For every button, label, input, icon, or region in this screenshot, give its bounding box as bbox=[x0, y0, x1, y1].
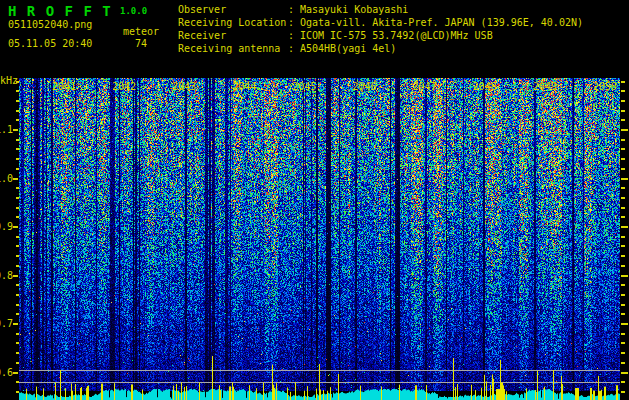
colon-separator: : bbox=[288, 30, 294, 41]
station-label: Receiver bbox=[178, 30, 226, 41]
freq-minor-tick bbox=[16, 294, 19, 296]
freq-minor-tick bbox=[621, 245, 625, 247]
freq-minor-tick bbox=[621, 352, 625, 354]
freq-minor-tick bbox=[621, 119, 625, 121]
freq-minor-tick bbox=[621, 216, 625, 218]
freq-minor-tick bbox=[16, 110, 19, 112]
station-label: Observer bbox=[178, 4, 226, 15]
station-row: Receiver : ICOM IC-575 53.7492(@LCD)MHz … bbox=[0, 30, 629, 42]
freq-major-tick bbox=[621, 275, 628, 277]
freq-minor-tick bbox=[621, 197, 625, 199]
time-label: 2047 bbox=[413, 81, 437, 92]
freq-minor-tick bbox=[16, 245, 19, 247]
freq-minor-tick bbox=[16, 197, 19, 199]
freq-minor-tick bbox=[16, 158, 19, 160]
freq-tick-label: 0.7 bbox=[0, 318, 13, 329]
freq-minor-tick bbox=[621, 391, 625, 393]
freq-minor-tick bbox=[621, 284, 625, 286]
freq-major-tick bbox=[13, 129, 18, 131]
freq-minor-tick bbox=[621, 313, 625, 315]
freq-minor-tick bbox=[16, 381, 19, 383]
freq-minor-tick bbox=[16, 284, 19, 286]
freq-minor-tick bbox=[621, 110, 625, 112]
station-row: Receiving antenna : A504HB(yagi 4el) bbox=[0, 43, 629, 55]
freq-minor-tick bbox=[621, 381, 625, 383]
freq-minor-tick bbox=[621, 255, 625, 257]
colon-separator: : bbox=[288, 43, 294, 54]
freq-minor-tick bbox=[621, 342, 625, 344]
freq-minor-tick bbox=[16, 119, 19, 121]
freq-minor-tick bbox=[16, 187, 19, 189]
freq-minor-tick bbox=[16, 207, 19, 209]
station-label: Receiving antenna bbox=[178, 43, 280, 54]
time-label: 2048 bbox=[473, 81, 497, 92]
freq-minor-tick bbox=[16, 362, 19, 364]
time-label: 2041 bbox=[52, 81, 76, 92]
freq-tick-label: 0.8 bbox=[0, 270, 13, 281]
freq-minor-tick bbox=[621, 294, 625, 296]
station-value: Masayuki Kobayashi bbox=[300, 4, 408, 15]
freq-major-tick bbox=[621, 372, 628, 374]
freq-minor-tick bbox=[621, 187, 625, 189]
time-label: 2044 bbox=[232, 81, 256, 92]
freq-minor-tick bbox=[621, 168, 625, 170]
freq-minor-tick bbox=[621, 81, 625, 83]
time-label: 2045 bbox=[293, 81, 317, 92]
colon-separator: : bbox=[288, 17, 294, 28]
freq-minor-tick bbox=[621, 207, 625, 209]
freq-minor-tick bbox=[16, 391, 19, 393]
freq-tick-label: 1.1 bbox=[0, 124, 13, 135]
freq-major-tick bbox=[13, 226, 18, 228]
freq-minor-tick bbox=[621, 362, 625, 364]
freq-minor-tick bbox=[621, 265, 625, 267]
freq-minor-tick bbox=[621, 139, 625, 141]
freq-minor-tick bbox=[16, 255, 19, 257]
freq-tick-label: 0.6 bbox=[0, 367, 13, 378]
station-value: ICOM IC-575 53.7492(@LCD)MHz USB bbox=[300, 30, 493, 41]
freq-minor-tick bbox=[621, 90, 625, 92]
time-label: 2043 bbox=[172, 81, 196, 92]
freq-major-tick bbox=[13, 372, 18, 374]
freq-minor-tick bbox=[621, 148, 625, 150]
time-label: 2050 bbox=[593, 81, 617, 92]
freq-minor-tick bbox=[16, 304, 19, 306]
freq-minor-tick bbox=[621, 333, 625, 335]
freq-minor-tick bbox=[16, 342, 19, 344]
colon-separator: : bbox=[288, 4, 294, 15]
freq-minor-tick bbox=[16, 100, 19, 102]
time-label: 2042 bbox=[112, 81, 136, 92]
freq-minor-tick bbox=[16, 168, 19, 170]
freq-minor-tick bbox=[16, 216, 19, 218]
freq-minor-tick bbox=[621, 158, 625, 160]
freq-major-tick bbox=[621, 129, 628, 131]
freq-minor-tick bbox=[16, 90, 19, 92]
freq-minor-tick bbox=[621, 236, 625, 238]
freq-tick-label: 0.9 bbox=[0, 221, 13, 232]
station-value: Ogata-vill. Akita-Pref. JAPAN (139.96E, … bbox=[300, 17, 583, 28]
freq-major-tick bbox=[621, 178, 628, 180]
freq-major-tick bbox=[621, 226, 628, 228]
freq-minor-tick bbox=[16, 333, 19, 335]
freq-minor-tick bbox=[16, 352, 19, 354]
station-value: A504HB(yagi 4el) bbox=[300, 43, 396, 54]
freq-major-tick bbox=[13, 275, 18, 277]
freq-major-tick bbox=[13, 178, 18, 180]
freq-minor-tick bbox=[621, 100, 625, 102]
freq-minor-tick bbox=[16, 236, 19, 238]
freq-major-tick bbox=[13, 323, 18, 325]
station-row: Receiving Location : Ogata-vill. Akita-P… bbox=[0, 17, 629, 29]
freq-tick-label: 1.0 bbox=[0, 173, 13, 184]
freq-minor-tick bbox=[16, 148, 19, 150]
freq-major-tick bbox=[621, 323, 628, 325]
hrofft-window: H R O F F T 1.0.0 0511052040.png meteor … bbox=[0, 0, 629, 400]
freq-minor-tick bbox=[621, 304, 625, 306]
station-row: Observer : Masayuki Kobayashi bbox=[0, 4, 629, 16]
spectrogram-canvas bbox=[19, 78, 620, 400]
freq-minor-tick bbox=[16, 139, 19, 141]
time-label: 2049 bbox=[533, 81, 557, 92]
freq-minor-tick bbox=[16, 265, 19, 267]
time-label: 2046 bbox=[353, 81, 377, 92]
freq-minor-tick bbox=[16, 81, 19, 83]
station-label: Receiving Location bbox=[178, 17, 286, 28]
freq-minor-tick bbox=[16, 313, 19, 315]
